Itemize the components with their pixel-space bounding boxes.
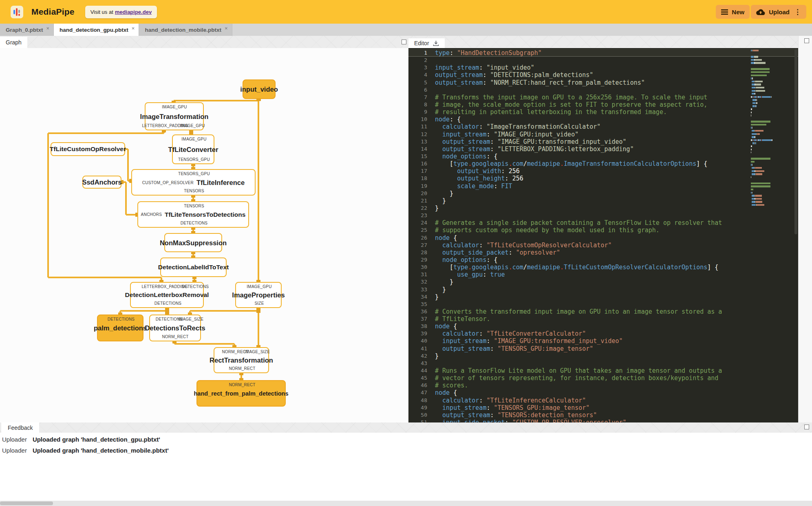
minimap-line [751, 118, 784, 119]
port-label-TENSORS: TENSORS [184, 189, 204, 193]
cloud-upload-icon [756, 9, 765, 15]
logo-bar-red [16, 8, 18, 16]
file-tab-Graph_0.pbtxt[interactable]: Graph_0.pbtxt× [0, 24, 54, 36]
graph-edge [190, 310, 258, 312]
graph-node-palm_detections[interactable]: palm_detectionsDETECTIONS [97, 315, 143, 341]
minimap-line [751, 152, 784, 153]
line-text: input_stream: "IMAGE_GPU:transformed_inp… [432, 337, 623, 345]
line-number: 49 [408, 404, 432, 411]
minimap-line [751, 87, 784, 88]
line-number: 13 [408, 138, 432, 145]
minimap-line [751, 149, 784, 150]
node-title: ImageTransformation [140, 112, 209, 120]
close-tab-icon[interactable]: × [132, 25, 135, 31]
more-options-icon[interactable]: ⋮ [794, 8, 801, 16]
code-line-27: 27 calculator: "TfLiteCustomOpResolverCa… [408, 242, 798, 249]
input-port-label: CUSTOM_OP_RESOLVER [142, 180, 194, 185]
line-text: } [432, 190, 453, 197]
port-label-IMAGE_GPU: IMAGE_GPU [247, 284, 271, 289]
line-number: 30 [408, 264, 432, 271]
code-line-11: 11 calculator: "ImageTransformationCalcu… [408, 123, 798, 130]
download-icon[interactable] [433, 40, 439, 46]
minimap-line [751, 170, 784, 172]
graph-node-ImageTransformation[interactable]: ImageTransformationIMAGE_GPULETTERBOX_PA… [145, 102, 204, 130]
close-tab-icon[interactable]: × [225, 25, 228, 31]
close-tab-icon[interactable]: × [46, 25, 50, 31]
graph-canvas[interactable]: input_videoImageTransformationIMAGE_GPUL… [0, 48, 408, 422]
code-line-50: 50 output_stream: "TENSORS:detection_ten… [408, 411, 798, 419]
graph-node-ImageProperties[interactable]: ImagePropertiesIMAGE_GPUSIZE [235, 282, 282, 308]
minimap-line [751, 90, 784, 92]
graph-tab-label: Graph [6, 39, 22, 46]
feedback-log: UploaderUploaded graph 'hand_detection_g… [0, 433, 812, 501]
minimap-line [751, 164, 784, 165]
upload-button-label: Upload [769, 9, 790, 15]
editor-scrollbar[interactable] [794, 49, 797, 234]
node-title: DetectionLetterboxRemoval [125, 291, 209, 299]
graph-node-hand_rect_from_palm_detections[interactable]: hand_rect_from_palm_detectionsNORM_RECT [196, 380, 286, 407]
mediapipe-visualizer: MediaPipe Visit us at mediapipe.dev New … [0, 0, 812, 506]
logo-bar-red2 [18, 14, 20, 16]
node-title: palm_detections [94, 324, 147, 332]
node-title-row: palm_detections [98, 324, 143, 332]
graph-node-TfLiteInference[interactable]: CUSTOM_OP_RESOLVERTfLiteInferenceTENSORS… [131, 169, 256, 196]
line-number: 24 [408, 219, 432, 227]
minimap[interactable] [751, 50, 784, 207]
code-line-31: 31 use_gpu: true [408, 271, 798, 278]
expand-feedback-panel-icon[interactable] [804, 425, 809, 429]
graph-node-TfLiteCustomOpResolver[interactable]: TfLiteCustomOpResolver [51, 142, 125, 156]
node-title: TfLiteInference [196, 178, 245, 186]
port-label-IMAGE_GPU: IMAGE_GPU [181, 137, 206, 141]
file-tab-hand_detection_mobile.pbtxt[interactable]: hand_detection_mobile.pbtxt× [139, 24, 232, 36]
line-number: 1 [408, 49, 432, 57]
graph-node-input_video[interactable]: input_video [243, 79, 276, 99]
graph-node-SsdAnchors[interactable]: SsdAnchors [82, 176, 121, 189]
code-editor[interactable]: 1type: "HandDetectionSubgraph"23input_st… [408, 48, 798, 422]
code-line-7: 7# Transforms the input image on GPU to … [408, 94, 798, 101]
feedback-source: Uploader [0, 436, 27, 443]
graph-node-DetectionLabelIdToText[interactable]: DetectionLabelIdToText [160, 257, 227, 277]
new-button-label: New [732, 9, 744, 15]
scroll-thumb[interactable] [0, 502, 53, 505]
minimap-line [751, 189, 784, 190]
port-label-TENSORS: TENSORS [184, 204, 204, 208]
graph-node-DetectionsToRects[interactable]: DetectionsToRectsDETECTIONSIMAGE_SIZENOR… [149, 315, 201, 341]
port-label-DETECTIONS: DETECTIONS [182, 284, 209, 289]
code-line-32: 32 } [408, 278, 798, 286]
line-number: 36 [408, 308, 432, 315]
line-number: 8 [408, 101, 432, 108]
node-title: DetectionLabelIdToText [158, 264, 229, 271]
port-label-IMAGE_SIZE: IMAGE_SIZE [178, 317, 203, 321]
port-label-IMAGE_GPU: IMAGE_GPU [180, 123, 205, 128]
mediapipe-dev-link[interactable]: mediapipe.dev [115, 9, 152, 15]
file-tab-hand_detection_gpu.pbtxt[interactable]: hand_detection_gpu.pbtxt× [54, 24, 139, 36]
minimap-line [751, 56, 784, 57]
graph-node-DetectionLetterboxRemoval[interactable]: DetectionLetterboxRemovalLETTERBOX_PADDI… [130, 282, 204, 308]
feedback-source: Uploader [0, 447, 27, 454]
graph-node-NonMaxSuppression[interactable]: NonMaxSuppression [164, 233, 222, 252]
minimap-line [751, 155, 784, 156]
line-text: output_stream: "IMAGE_GPU:transformed_in… [432, 138, 627, 145]
node-title: hand_rect_from_palm_detections [194, 390, 288, 397]
tab-editor[interactable]: Editor [408, 38, 445, 48]
line-text: # Transforms the input image on GPU to a… [432, 94, 707, 101]
tab-feedback[interactable]: Feedback [1, 422, 39, 433]
upload-button[interactable]: Upload ⋮ [751, 5, 806, 19]
new-button[interactable]: New [716, 5, 750, 19]
expand-graph-panel-icon[interactable] [402, 40, 406, 44]
line-text: } [432, 197, 446, 205]
graph-edge [174, 343, 234, 345]
tab-graph[interactable]: Graph [0, 37, 27, 48]
expand-editor-panel-icon[interactable] [804, 38, 809, 43]
port-label-IMAGE_SIZE: IMAGE_SIZE [245, 350, 270, 354]
graph-edge [120, 310, 167, 312]
code-line-12: 12 input_stream: "IMAGE_GPU:input_video" [408, 131, 798, 138]
graph-node-RectTransformation[interactable]: RectTransformationNORM_RECTIMAGE_SIZENOR… [214, 347, 269, 373]
graph-node-TfLiteTensorsToDetections[interactable]: ANCHORSTfLiteTensorsToDetectionsTENSORSD… [137, 201, 249, 228]
line-text: output_side_packet: "opresolver" [432, 249, 560, 256]
graph-node-TfLiteConverter[interactable]: TfLiteConverterIMAGE_GPUTENSORS_GPU [172, 134, 214, 164]
line-number: 3 [408, 64, 432, 71]
horizontal-scrollbar[interactable] [0, 501, 812, 506]
line-text: # supports custom ops needed by the mode… [432, 227, 660, 234]
line-number: 4 [408, 71, 432, 79]
